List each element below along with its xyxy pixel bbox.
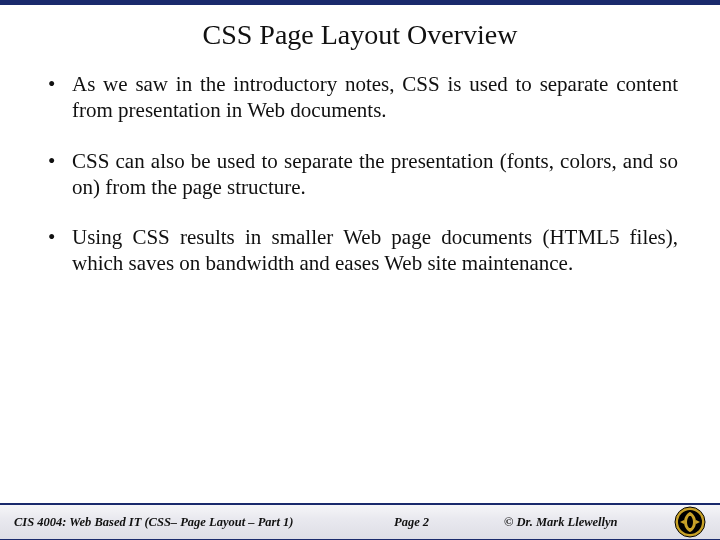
ucf-pegasus-logo-icon bbox=[674, 506, 706, 538]
bullet-item: As we saw in the introductory notes, CSS… bbox=[42, 71, 678, 124]
footer-page: Page 2 bbox=[394, 515, 504, 530]
bullet-list: As we saw in the introductory notes, CSS… bbox=[42, 71, 678, 277]
bullet-item: Using CSS results in smaller Web page do… bbox=[42, 224, 678, 277]
title-region: CSS Page Layout Overview bbox=[0, 5, 720, 57]
bullet-item: CSS can also be used to separate the pre… bbox=[42, 148, 678, 201]
footer: CIS 4004: Web Based IT (CSS– Page Layout… bbox=[0, 503, 720, 539]
slide: CSS Page Layout Overview As we saw in th… bbox=[0, 0, 720, 540]
footer-copyright: © Dr. Mark Llewellyn bbox=[504, 515, 654, 530]
slide-title: CSS Page Layout Overview bbox=[20, 19, 700, 51]
footer-course: CIS 4004: Web Based IT (CSS– Page Layout… bbox=[14, 515, 394, 530]
body-region: As we saw in the introductory notes, CSS… bbox=[0, 57, 720, 277]
